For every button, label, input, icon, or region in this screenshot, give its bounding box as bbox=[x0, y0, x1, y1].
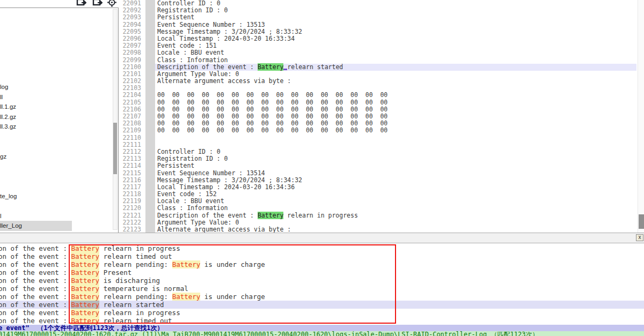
panel-splitter[interactable] bbox=[0, 233, 644, 243]
line-number: 22109 bbox=[119, 127, 143, 134]
result-row[interactable]: on of the event : Battery is discharging bbox=[0, 277, 644, 285]
result-row[interactable]: on of the event : Battery relearn in pro… bbox=[0, 309, 644, 317]
text-segment: Local Timestamp : 2024-03-20 16:33:34 bbox=[157, 35, 295, 42]
text-segment: 00 00 00 00 00 00 00 00 00 00 00 00 00 0… bbox=[157, 91, 387, 99]
editor-line[interactable]: Local Timestamp : 2024-03-20 16:34:36 bbox=[155, 184, 636, 191]
result-row[interactable]: on of the event : Battery relearn starte… bbox=[0, 301, 644, 309]
text-segment: Registration ID : 0 bbox=[157, 6, 228, 14]
text-segment: Event Sequence Number : 13514 bbox=[157, 169, 265, 177]
text-segment: Controller ID : 0 bbox=[157, 148, 221, 155]
match-highlight: Battery bbox=[258, 212, 283, 219]
result-file-path-line[interactable]: 01419M617000015-20040200-1620.tar.gz (11… bbox=[0, 331, 644, 336]
sidebar-file[interactable]: te_log bbox=[0, 191, 110, 201]
result-row-prefix: on of the event : bbox=[0, 293, 71, 301]
sidebar-file[interactable]: ll.3.gz bbox=[0, 122, 110, 132]
result-row-prefix: on of the event : bbox=[0, 309, 71, 317]
match-highlight: Battery bbox=[258, 63, 283, 71]
text-segment: Persistent bbox=[157, 162, 194, 169]
editor-line[interactable]: Registration ID : 0 bbox=[155, 155, 636, 162]
line-number: 22111 bbox=[119, 141, 143, 148]
sidebar-scrollbar-thumb[interactable] bbox=[113, 123, 117, 174]
line-number: 22105 bbox=[119, 99, 143, 106]
result-row-prefix: on of the event : bbox=[0, 285, 71, 293]
result-row-prefix: on of the event : bbox=[0, 260, 71, 268]
text-segment: Local Timestamp : 2024-03-20 16:34:36 bbox=[157, 183, 295, 191]
editor-line[interactable]: Event code : 151 bbox=[155, 42, 636, 49]
search-results-panel[interactable]: on of the event : Battery relearn in pro… bbox=[0, 243, 644, 325]
line-number: 22115 bbox=[119, 170, 143, 177]
text-segment: Alternate argument access via byte : bbox=[157, 77, 291, 85]
sidebar-scrollbar[interactable] bbox=[113, 9, 118, 230]
result-row-prefix: on of the event : bbox=[0, 244, 71, 252]
line-number: 22098 bbox=[119, 49, 143, 56]
sidebar-file[interactable]: ll.2.gz bbox=[0, 112, 110, 122]
match-highlight: Battery bbox=[71, 252, 99, 260]
line-number: 22100 bbox=[119, 64, 143, 71]
editor-line[interactable] bbox=[155, 141, 636, 148]
match-highlight: Battery bbox=[71, 317, 99, 325]
editor-text[interactable]: Controller ID : 0Registration ID : 0Pers… bbox=[155, 0, 636, 233]
log-editor[interactable]: 2209122092220932209422095220962209722098… bbox=[119, 0, 638, 233]
text-segment: Locale : BBU event bbox=[157, 197, 224, 205]
sidebar-file[interactable]: gz bbox=[0, 152, 110, 162]
text-segment: relearn in progress bbox=[99, 309, 180, 317]
text-segment: relearn timed out bbox=[99, 252, 172, 260]
match-highlight: Battery bbox=[71, 244, 99, 252]
text-segment: relearn in progress bbox=[99, 244, 180, 252]
match-highlight: Battery bbox=[71, 260, 99, 268]
line-number: 22104 bbox=[119, 92, 143, 99]
file-list: logllll.1.gzll.2.gzll.3.gzgzte_loglller_… bbox=[0, 82, 110, 231]
editor-line[interactable]: Local Timestamp : 2024-03-20 16:33:34 bbox=[155, 35, 636, 42]
result-row[interactable]: on of the event : Battery relearn timed … bbox=[0, 252, 644, 260]
sidebar-gap bbox=[0, 181, 110, 191]
text-segment: Event Sequence Number : 13513 bbox=[157, 21, 265, 28]
sidebar-gap bbox=[0, 171, 110, 182]
editor-line[interactable]: Alternate argument access via byte : bbox=[155, 78, 636, 85]
editor-line[interactable]: Registration ID : 0 bbox=[155, 7, 636, 14]
fold-margin bbox=[145, 0, 155, 233]
export-log-2-icon[interactable] bbox=[92, 0, 103, 7]
match-highlight: Battery bbox=[172, 293, 201, 301]
sidebar-gap bbox=[0, 132, 110, 142]
text-segment: Argument Type Value: 0 bbox=[157, 219, 239, 226]
editor-line[interactable]: Event code : 152 bbox=[155, 191, 636, 198]
export-log-icon[interactable] bbox=[76, 0, 87, 7]
crosshair-icon[interactable] bbox=[107, 0, 116, 7]
close-icon[interactable]: x bbox=[636, 234, 643, 241]
result-row[interactable]: on of the event : Battery relearn pendin… bbox=[0, 260, 644, 268]
editor-scrollbar[interactable] bbox=[638, 0, 644, 233]
result-row[interactable]: on of the event : Battery Present bbox=[0, 268, 644, 277]
result-row[interactable]: on of the event : Battery relearn in pro… bbox=[0, 244, 644, 252]
line-number: 22095 bbox=[119, 28, 143, 35]
result-row-prefix: on of the event : bbox=[0, 277, 71, 285]
text-segment: relearn pending: bbox=[99, 260, 172, 268]
text-segment: Class : Information bbox=[157, 204, 228, 212]
text-segment: Event code : 152 bbox=[157, 190, 217, 198]
editor-scrollbar-thumb[interactable] bbox=[639, 214, 644, 229]
sidebar-file[interactable]: ll.1.gz bbox=[0, 102, 110, 112]
sidebar-file[interactable]: log bbox=[0, 82, 110, 92]
line-number: 22120 bbox=[119, 205, 143, 212]
text-segment: Persistent bbox=[157, 13, 194, 21]
text-segment: relearn started bbox=[287, 63, 343, 71]
editor-line[interactable]: 00 00 00 00 00 00 00 00 00 00 00 00 00 0… bbox=[155, 127, 636, 134]
result-row[interactable]: on of the event : Battery relearn timed … bbox=[0, 317, 644, 325]
text-segment: relearn started bbox=[99, 301, 164, 309]
text-segment: is discharging bbox=[99, 277, 160, 285]
text-segment: temperature is normal bbox=[99, 285, 188, 293]
match-highlight: Battery bbox=[71, 285, 99, 293]
result-row[interactable]: on of the event : Battery temperature is… bbox=[0, 285, 644, 293]
sidebar-file[interactable]: ll bbox=[0, 92, 110, 102]
editor-line[interactable] bbox=[155, 135, 636, 141]
line-number-gutter: 2209122092220932209422095220962209722098… bbox=[119, 0, 143, 233]
match-highlight: Battery bbox=[71, 293, 99, 301]
text-segment: Event code : 151 bbox=[157, 42, 217, 49]
sidebar-file[interactable]: ller_Log bbox=[0, 221, 72, 231]
sidebar-file[interactable]: l bbox=[0, 211, 110, 221]
editor-line[interactable]: Alternate argument access via byte : bbox=[155, 226, 636, 233]
text-segment: Controller ID : 0 bbox=[157, 0, 221, 7]
text-segment: Description of the event : bbox=[157, 63, 258, 71]
search-summary-line[interactable]: e event" （1个文件中匹配到1123次，总计查找1次） bbox=[0, 325, 644, 331]
result-row[interactable]: on of the event : Battery relearn pendin… bbox=[0, 293, 644, 301]
line-number: 22099 bbox=[119, 57, 143, 64]
